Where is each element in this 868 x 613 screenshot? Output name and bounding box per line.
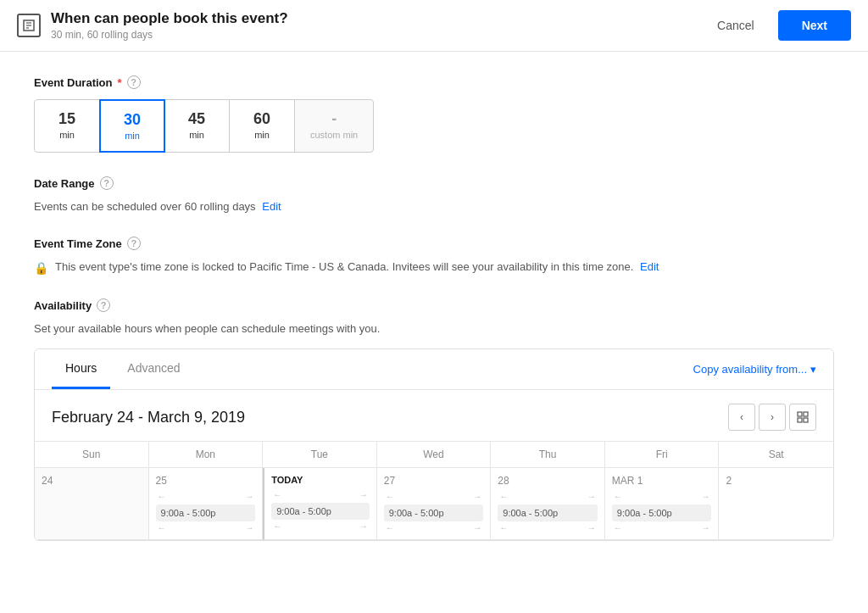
- slot-wrapper-28: ← → 9:00a - 5:00p ← →: [498, 492, 598, 532]
- calendar-title: February 24 - March 9, 2019: [52, 409, 245, 426]
- date-range-section: Date Range ? Events can be scheduled ove…: [34, 176, 834, 213]
- chevron-down-icon: ▾: [810, 363, 816, 376]
- availability-label: Availability ?: [34, 298, 834, 312]
- page-subtitle: 30 min, 60 rolling days: [51, 29, 288, 41]
- timezone-edit-link[interactable]: Edit: [640, 260, 659, 273]
- cell-date-25: 25: [156, 475, 256, 487]
- header-left: When can people book this event? 30 min,…: [17, 10, 288, 41]
- day-header-sun: Sun: [35, 442, 149, 467]
- slot-wrapper-mar1: ← → 9:00a - 5:00p ← →: [612, 492, 712, 532]
- arrow-right-25: →: [245, 492, 253, 501]
- time-slot-text-mar1: 9:00a - 5:00p: [617, 508, 672, 518]
- calendar-view-button[interactable]: [789, 404, 816, 431]
- availability-section: Availability ? Set your available hours …: [34, 298, 834, 541]
- svg-rect-6: [798, 418, 802, 422]
- date-range-help-icon[interactable]: ?: [100, 176, 114, 190]
- timezone-description: This event type's time zone is locked to…: [55, 260, 659, 273]
- day-header-mon: Mon: [149, 442, 264, 467]
- calendar-cell-24: 24: [35, 468, 149, 540]
- event-duration-help-icon[interactable]: ?: [127, 75, 141, 89]
- prev-period-button[interactable]: ‹: [728, 404, 755, 431]
- date-range-edit-link[interactable]: Edit: [262, 200, 281, 213]
- next-button[interactable]: Next: [778, 10, 851, 41]
- time-slot-text-28: 9:00a - 5:00p: [503, 508, 558, 518]
- arrow-right-today: →: [359, 490, 368, 499]
- calendar-cell-2: 2: [719, 468, 833, 540]
- calendar-cell-27: 27 ← → 9:00a - 5:00p ← →: [377, 468, 492, 540]
- arrow-left-today: ←: [273, 490, 281, 499]
- day-header-thu: Thu: [491, 442, 605, 467]
- cell-date-today: TODAY: [271, 475, 370, 485]
- event-time-zone-section: Event Time Zone ? 🔒 This event type's ti…: [34, 237, 834, 275]
- copy-availability-button[interactable]: Copy availability from... ▾: [693, 363, 816, 376]
- event-icon: [17, 14, 41, 37]
- time-slot-text-27: 9:00a - 5:00p: [389, 508, 444, 518]
- event-time-zone-help-icon[interactable]: ?: [127, 237, 141, 250]
- cancel-button[interactable]: Cancel: [704, 12, 768, 39]
- timezone-row: 🔒 This event type's time zone is locked …: [34, 260, 834, 275]
- duration-45[interactable]: 45 min: [164, 99, 230, 153]
- arrow-row-bot-25: ← →: [156, 523, 256, 532]
- header-title-block: When can people book this event? 30 min,…: [51, 10, 288, 41]
- svg-rect-4: [798, 412, 802, 416]
- calendar-cell-28: 28 ← → 9:00a - 5:00p ← →: [491, 468, 605, 540]
- cell-date-24: 24: [42, 475, 142, 487]
- duration-30[interactable]: 30 min: [99, 99, 165, 153]
- time-slot-28[interactable]: 9:00a - 5:00p: [498, 504, 598, 521]
- event-duration-label: Event Duration * ?: [34, 75, 834, 89]
- svg-rect-7: [804, 418, 808, 422]
- calendar-cells: 24 25 ← → 9:00a - 5:00p: [35, 468, 833, 540]
- calendar-cell-mar1: MAR 1 ← → 9:00a - 5:00p ← →: [605, 468, 720, 540]
- duration-custom[interactable]: - custom min: [294, 99, 374, 153]
- slot-wrapper-today: ← → 9:00a - 5:00p ← →: [271, 490, 370, 531]
- day-header-fri: Fri: [605, 442, 720, 467]
- slot-wrapper-25: ← → 9:00a - 5:00p ← →: [156, 492, 256, 532]
- event-duration-section: Event Duration * ? 15 min 30 min 45 min …: [34, 75, 834, 153]
- tab-hours[interactable]: Hours: [52, 349, 110, 389]
- calendar-cell-25: 25 ← → 9:00a - 5:00p ← →: [149, 468, 264, 540]
- cell-date-2: 2: [726, 475, 826, 487]
- page-title: When can people book this event?: [51, 10, 288, 27]
- arrow-left-bot-25: ←: [158, 523, 166, 532]
- svg-rect-5: [804, 412, 808, 416]
- duration-15[interactable]: 15 min: [34, 99, 100, 153]
- day-header-sat: Sat: [719, 442, 833, 467]
- time-slot-text-today: 9:00a - 5:00p: [276, 506, 331, 516]
- calendar-cell-today: TODAY ← → 9:00a - 5:00p ← →: [263, 468, 377, 540]
- slot-wrapper-27: ← → 9:00a - 5:00p ← →: [384, 492, 484, 532]
- calendar-header: February 24 - March 9, 2019 ‹ ›: [35, 390, 833, 441]
- day-header-wed: Wed: [377, 442, 492, 467]
- date-range-label: Date Range ?: [34, 176, 834, 190]
- calendar-nav: ‹ ›: [728, 404, 816, 431]
- tabs-left: Hours Advanced: [52, 349, 198, 389]
- date-range-text: Events can be scheduled over 60 rolling …: [34, 200, 834, 213]
- time-slot-25[interactable]: 9:00a - 5:00p: [156, 504, 256, 521]
- tabs-bar: Hours Advanced Copy availability from...…: [35, 349, 833, 390]
- event-time-zone-label: Event Time Zone ?: [34, 237, 834, 250]
- main-content: Event Duration * ? 15 min 30 min 45 min …: [0, 52, 868, 588]
- page-header: When can people book this event? 30 min,…: [0, 0, 868, 52]
- cell-date-27: 27: [384, 475, 484, 487]
- time-slot-today[interactable]: 9:00a - 5:00p: [271, 503, 370, 520]
- day-headers: Sun Mon Tue Wed Thu Fri Sat: [35, 442, 833, 468]
- availability-help-icon[interactable]: ?: [97, 298, 110, 312]
- availability-description: Set your available hours when people can…: [34, 322, 834, 335]
- arrow-left-25: ←: [158, 492, 166, 501]
- time-slot-text-25: 9:00a - 5:00p: [161, 508, 216, 518]
- day-header-tue: Tue: [263, 442, 377, 467]
- lock-icon: 🔒: [34, 261, 48, 275]
- time-slot-mar1[interactable]: 9:00a - 5:00p: [612, 504, 712, 521]
- duration-options: 15 min 30 min 45 min 60 min - custom min: [34, 99, 834, 153]
- tab-advanced[interactable]: Advanced: [114, 349, 193, 389]
- availability-card: Hours Advanced Copy availability from...…: [34, 348, 834, 541]
- cell-date-mar1: MAR 1: [612, 475, 712, 487]
- duration-60[interactable]: 60 min: [229, 99, 295, 153]
- arrow-row-top-25: ← →: [156, 492, 256, 501]
- time-slot-27[interactable]: 9:00a - 5:00p: [384, 504, 484, 521]
- next-period-button[interactable]: ›: [759, 404, 786, 431]
- arrow-right-bot-25: →: [245, 523, 253, 532]
- cell-date-28: 28: [498, 475, 598, 487]
- calendar-grid: Sun Mon Tue Wed Thu Fri Sat 24 25: [35, 441, 833, 540]
- header-actions: Cancel Next: [704, 10, 851, 41]
